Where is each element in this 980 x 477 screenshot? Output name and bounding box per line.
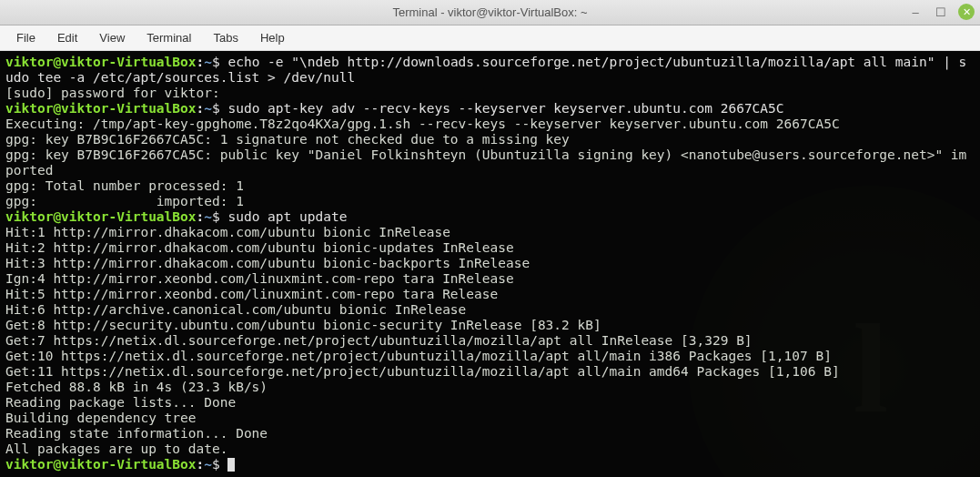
terminal-output: [sudo] password for viktor: [5, 86, 975, 101]
terminal-output: All packages are up to date. [5, 441, 975, 457]
prompt-path: ~ [204, 101, 212, 116]
prompt-colon: : [197, 457, 205, 472]
terminal-output: Get:10 https://netix.dl.sourceforge.net/… [5, 349, 975, 364]
window-controls: – ☐ ✕ [907, 4, 975, 20]
menubar: File Edit View Terminal Tabs Help [0, 25, 980, 51]
terminal-window: Terminal - viktor@viktor-VirtualBox: ~ –… [0, 0, 980, 477]
prompt-symbol: $ [212, 101, 220, 116]
prompt-symbol: $ [212, 457, 220, 472]
menu-edit[interactable]: Edit [48, 27, 86, 48]
prompt-path: ~ [204, 209, 212, 224]
terminal-output: Fetched 88.8 kB in 4s (23.3 kB/s) [5, 380, 975, 395]
terminal-output: gpg: key B7B9C16F2667CA5C: public key "D… [5, 147, 975, 178]
close-button[interactable]: ✕ [958, 4, 975, 20]
terminal-output: Executing: /tmp/apt-key-gpghome.T8z2qo4K… [5, 117, 975, 132]
minimize-button[interactable]: – [907, 4, 924, 20]
terminal-output: Building dependency tree [5, 411, 975, 426]
prompt-colon: : [197, 101, 205, 116]
menu-view[interactable]: View [90, 27, 134, 48]
window-title: Terminal - viktor@viktor-VirtualBox: ~ [392, 5, 587, 19]
prompt-user: viktor@viktor-VirtualBox [5, 209, 197, 224]
prompt-user: viktor@viktor-VirtualBox [5, 457, 197, 472]
maximize-button[interactable]: ☐ [933, 4, 949, 20]
command-line: sudo apt-key adv --recv-keys --keyserver… [227, 101, 783, 116]
terminal-output: Hit:2 http://mirror.dhakacom.com/ubuntu … [5, 240, 975, 256]
terminal-output: Ign:4 http://mirror.xeonbd.com/linuxmint… [5, 271, 975, 287]
prompt-symbol: $ [212, 209, 220, 224]
terminal-output: gpg: imported: 1 [5, 194, 975, 209]
terminal-output: Hit:1 http://mirror.dhakacom.com/ubuntu … [5, 225, 975, 240]
terminal-output: Get:7 https://netix.dl.sourceforge.net/p… [5, 333, 975, 349]
prompt-symbol: $ [212, 55, 220, 69]
terminal-output: Hit:3 http://mirror.dhakacom.com/ubuntu … [5, 256, 975, 271]
terminal-output: Get:8 http://security.ubuntu.com/ubuntu … [5, 318, 975, 333]
terminal-content[interactable]: viktor@viktor-VirtualBox:~$ echo -e "\nd… [0, 51, 980, 477]
terminal-output: gpg: Total number processed: 1 [5, 178, 975, 194]
terminal-output: Hit:6 http://archive.canonical.com/ubunt… [5, 302, 975, 318]
menu-terminal[interactable]: Terminal [137, 27, 200, 48]
prompt-colon: : [197, 55, 205, 69]
terminal-output: Hit:5 http://mirror.xeonbd.com/linuxmint… [5, 287, 975, 302]
terminal-output: Reading state information... Done [5, 426, 975, 441]
menu-tabs[interactable]: Tabs [204, 27, 247, 48]
menu-file[interactable]: File [7, 27, 45, 48]
terminal-output: Reading package lists... Done [5, 395, 975, 411]
prompt-user: viktor@viktor-VirtualBox [5, 55, 197, 69]
prompt-user: viktor@viktor-VirtualBox [5, 101, 197, 116]
titlebar[interactable]: Terminal - viktor@viktor-VirtualBox: ~ –… [0, 0, 980, 25]
cursor-icon [227, 458, 235, 472]
prompt-path: ~ [204, 457, 212, 472]
prompt-path: ~ [204, 55, 212, 69]
terminal-output: gpg: key B7B9C16F2667CA5C: 1 signature n… [5, 132, 975, 147]
menu-help[interactable]: Help [251, 27, 294, 48]
prompt-colon: : [197, 209, 205, 224]
terminal-output: Get:11 https://netix.dl.sourceforge.net/… [5, 364, 975, 380]
command-line: sudo apt update [227, 209, 347, 224]
